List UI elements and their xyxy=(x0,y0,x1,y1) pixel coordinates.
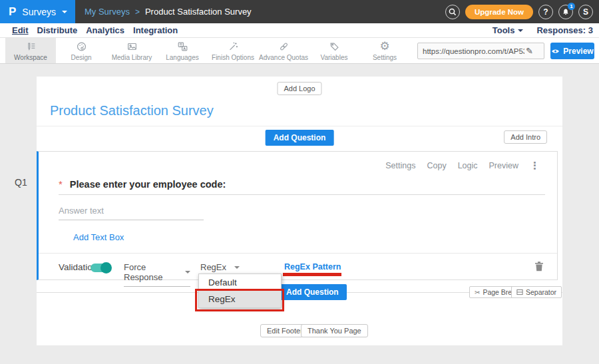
toolbar-item-media-library[interactable]: Media Library xyxy=(106,38,157,63)
survey-url-field: ✎ xyxy=(417,43,544,59)
editor-toolbar: Workspace Design Media Library xyxy=(0,38,599,64)
survey-title[interactable]: Product Satisfaction Survey xyxy=(50,103,214,118)
tab-edit[interactable]: Edit xyxy=(12,25,29,35)
regex-pattern-link[interactable]: RegEx Pattern xyxy=(284,262,341,272)
add-intro-button[interactable]: Add Intro xyxy=(504,130,547,144)
variables-tag-icon xyxy=(328,41,341,53)
surveys-product-menu[interactable]: P Surveys xyxy=(0,0,75,23)
question-logic-link[interactable]: Logic xyxy=(458,161,478,170)
notifications-button[interactable]: 1 xyxy=(558,5,573,19)
questionpro-survey-editor: P Surveys My Surveys > Product Satisfact… xyxy=(0,0,599,364)
toolbar-label: Advance Quotas xyxy=(259,54,308,61)
preview-label: Preview xyxy=(563,47,593,56)
answer-text-input[interactable] xyxy=(59,204,204,220)
tools-menu[interactable]: Tools xyxy=(493,25,524,35)
question-text[interactable]: Please enter your employee code: xyxy=(70,179,226,190)
validation-type-dropdown: Default RegEx xyxy=(198,273,282,308)
kebab-menu-icon[interactable]: ⋮ xyxy=(530,160,540,172)
add-logo-button[interactable]: Add Logo xyxy=(277,82,321,95)
toolbar-label: Media Library xyxy=(112,54,152,61)
breadcrumb-current: Product Satisfaction Survey xyxy=(145,7,252,17)
toolbar-label: Variables xyxy=(321,54,348,61)
nav-right: Tools Responses: 3 xyxy=(493,25,593,35)
preview-button[interactable]: Preview xyxy=(550,43,594,59)
toolbar-item-design[interactable]: Design xyxy=(56,38,106,63)
force-response-select[interactable]: Force Response xyxy=(124,262,190,287)
account-avatar[interactable]: S xyxy=(578,5,593,19)
survey-url-input[interactable] xyxy=(418,47,524,55)
question-number: Q1 xyxy=(15,177,27,188)
thank-you-page-button[interactable]: Thank You Page xyxy=(301,324,368,337)
advance-quotas-chain-icon xyxy=(278,41,290,53)
tools-label: Tools xyxy=(493,25,515,35)
chevron-down-icon xyxy=(62,11,67,13)
notification-badge: 1 xyxy=(568,3,575,10)
topbar-actions: Upgrade Now ? 1 S xyxy=(445,0,593,23)
dropdown-option-regex[interactable]: RegEx xyxy=(199,291,281,307)
help-button[interactable]: ? xyxy=(538,5,553,19)
add-text-box-link[interactable]: Add Text Box xyxy=(73,232,124,242)
responses-count[interactable]: Responses: 3 xyxy=(536,25,593,35)
avatar-initial: S xyxy=(583,7,588,17)
settings-gear-icon: ⚙ xyxy=(379,41,389,53)
validation-type-value: RegEx xyxy=(200,262,226,272)
add-question-button-top[interactable]: Add Question xyxy=(266,130,334,146)
chevron-down-icon xyxy=(518,29,523,32)
add-question-button-bottom[interactable]: Add Question xyxy=(278,284,347,300)
toolbar-items: Workspace Design Media Library xyxy=(5,38,410,63)
question-actions: Settings Copy Logic Preview ⋮ xyxy=(385,160,540,172)
topbar: P Surveys My Surveys > Product Satisfact… xyxy=(0,0,599,23)
toolbar-item-variables[interactable]: Variables xyxy=(309,38,359,63)
media-library-icon xyxy=(126,41,138,53)
validation-type-select[interactable]: RegEx xyxy=(200,262,240,272)
chevron-down-icon xyxy=(185,271,190,273)
search-button[interactable] xyxy=(445,5,460,19)
toolbar-item-languages[interactable]: Languages xyxy=(157,38,208,63)
edit-url-pencil-icon[interactable]: ✎ xyxy=(526,46,533,56)
trash-icon xyxy=(534,261,544,272)
search-icon xyxy=(447,7,458,17)
design-palette-icon xyxy=(75,41,88,53)
finish-options-wand-icon xyxy=(227,41,240,53)
question-text-underline xyxy=(59,194,545,195)
question-copy-link[interactable]: Copy xyxy=(427,161,446,170)
breadcrumb-separator: > xyxy=(135,7,140,17)
tab-analytics[interactable]: Analytics xyxy=(86,25,124,35)
tab-distribute[interactable]: Distribute xyxy=(37,25,78,35)
delete-question-button[interactable] xyxy=(534,261,544,274)
question-block: Settings Copy Logic Preview ⋮ * Please e… xyxy=(37,151,558,280)
force-response-value: Force Response xyxy=(124,262,177,282)
scissors-icon: ✂ xyxy=(475,289,480,296)
toolbar-label: Workspace xyxy=(14,54,47,61)
chevron-down-icon xyxy=(234,266,240,269)
question-text-row: * Please enter your employee code: xyxy=(59,178,226,190)
upgrade-now-button[interactable]: Upgrade Now xyxy=(465,5,533,19)
dropdown-option-default[interactable]: Default xyxy=(199,274,281,291)
separator-button[interactable]: Separator xyxy=(511,286,562,298)
breadcrumb-my-surveys[interactable]: My Surveys xyxy=(85,7,130,17)
question-settings-link[interactable]: Settings xyxy=(385,161,415,170)
annotation-red-underline xyxy=(283,273,341,276)
toolbar-label: Finish Options xyxy=(212,54,254,61)
help-icon: ? xyxy=(543,7,548,17)
required-asterisk-icon: * xyxy=(59,178,63,190)
languages-icon xyxy=(176,41,189,53)
surveys-menu-label: Surveys xyxy=(22,7,56,17)
tab-integration[interactable]: Integration xyxy=(133,25,178,35)
separator-label: Separator xyxy=(526,288,556,296)
workspace-icon xyxy=(25,41,37,53)
validation-toggle[interactable] xyxy=(91,264,110,272)
eye-icon xyxy=(551,48,560,55)
question-preview-link[interactable]: Preview xyxy=(489,161,518,170)
toolbar-item-workspace[interactable]: Workspace xyxy=(5,38,56,63)
separator-icon xyxy=(516,289,523,295)
breadcrumb: My Surveys > Product Satisfaction Survey xyxy=(85,7,252,17)
toolbar-label: Design xyxy=(71,54,91,61)
toolbar-label: Languages xyxy=(166,54,199,61)
toolbar-item-finish-options[interactable]: Finish Options xyxy=(208,38,258,63)
toolbar-item-advance-quotas[interactable]: Advance Quotas xyxy=(258,38,309,63)
questionpro-logo: P xyxy=(9,5,16,19)
validation-row: Validation Force Response RegEx RegEx Pa… xyxy=(39,260,557,276)
survey-canvas: Q1 Add Logo Product Satisfaction Survey … xyxy=(0,64,599,364)
toolbar-item-settings[interactable]: ⚙ Settings xyxy=(359,38,410,63)
